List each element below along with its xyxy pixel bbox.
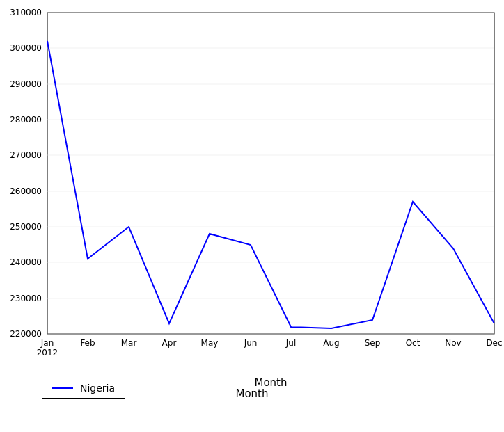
chart-container: 310000 300000 290000 280000 270000 26000… (0, 0, 504, 432)
x-tick-feb: Feb (80, 338, 95, 348)
legend-label: Nigeria (80, 383, 115, 394)
x-tick-apr: Apr (162, 338, 177, 348)
x-tick-mar: Mar (121, 338, 137, 348)
y-tick-300000: 300000 (10, 43, 42, 53)
x-tick-dec: Dec (486, 338, 502, 348)
y-tick-270000: 270000 (10, 150, 42, 160)
chart-svg: 310000 300000 290000 280000 270000 26000… (0, 0, 504, 432)
x-tick-may: May (201, 338, 219, 348)
x-tick-jul: Jul (285, 338, 296, 348)
legend-line (52, 387, 73, 389)
y-tick-280000: 280000 (10, 115, 42, 125)
legend: Nigeria (42, 378, 125, 399)
x-tick-nov: Nov (445, 338, 461, 348)
y-tick-310000: 310000 (10, 8, 42, 17)
x-tick-jan: Jan (40, 338, 54, 348)
x-tick-sep: Sep (365, 338, 381, 348)
y-tick-260000: 260000 (10, 186, 42, 196)
x-tick-oct: Oct (406, 338, 420, 348)
x-tick-jan-year: 2012 (37, 348, 58, 358)
y-tick-240000: 240000 (10, 257, 42, 267)
y-tick-220000: 220000 (10, 329, 42, 339)
y-tick-230000: 230000 (10, 294, 42, 303)
y-tick-250000: 250000 (10, 222, 42, 232)
x-axis-label-text: Month (235, 387, 268, 400)
y-tick-290000: 290000 (10, 79, 42, 89)
x-tick-aug: Aug (323, 338, 339, 348)
x-tick-jun: Jun (244, 338, 258, 348)
